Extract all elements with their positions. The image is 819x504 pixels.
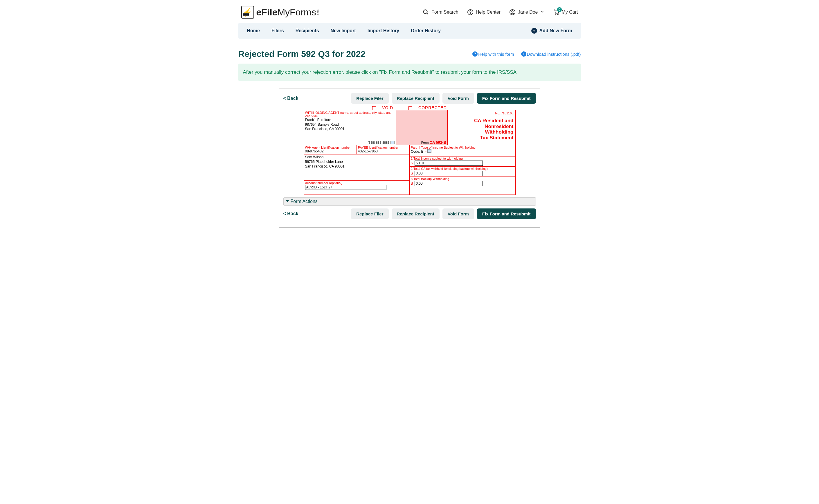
amount-2-input[interactable]: [415, 171, 483, 176]
question-icon: [467, 9, 474, 15]
svg-point-3: [470, 14, 470, 14]
nav-links: Home Filers Recipients New Import Import…: [247, 23, 441, 39]
amount-3-box: 3 Total Backup Withholding $: [410, 177, 515, 187]
back-link-top[interactable]: < Back: [283, 96, 298, 101]
nav-recipients[interactable]: Recipients: [296, 23, 319, 39]
svg-point-7: [557, 14, 558, 15]
cart-label: My Cart: [562, 10, 578, 15]
part3-code-row: Code: B -: [411, 149, 514, 154]
button-row-bottom: < Back Replace Filer Replace Recipient V…: [283, 208, 536, 219]
form-id-row: Form CA 592-B: [421, 140, 446, 145]
payee-address-box: Sam Wilson 56765 Placeholder Lane San Fr…: [304, 154, 410, 181]
search-icon: [423, 9, 429, 15]
cart-count-badge: 0: [557, 7, 562, 12]
help-center-link[interactable]: Help Center: [467, 9, 501, 15]
agent-label: WITHHOLDING AGENT name, street address, …: [305, 111, 395, 118]
amount-3-input[interactable]: [415, 181, 483, 186]
user-icon: [509, 9, 516, 15]
wh-agent-id-cell: W/H Agent identification number 08-97654…: [304, 145, 357, 154]
title-row: Rejected Form 592 Q3 for 2022 ? Help wit…: [238, 49, 581, 59]
top-header: ⚡ eFileMyForms.com Form Search Help Cent…: [238, 0, 581, 23]
form-title-box: No. 7101163 CA Resident and Nonresident …: [448, 110, 515, 145]
agent-name: Frank's Furniture: [305, 118, 395, 123]
amount-2-box: 2 Total CA tax withheld (excluding backu…: [410, 167, 515, 177]
replace-filer-button[interactable]: Replace Filer: [351, 93, 388, 104]
replace-recipient-button[interactable]: Replace Recipient: [392, 93, 440, 104]
tax-form: VOID CORRECTED WITHHOLDING AGENT name, s…: [304, 105, 516, 195]
svg-line-1: [427, 13, 428, 15]
agent-phone: (888) 888-8888: [368, 141, 389, 144]
nav-home[interactable]: Home: [247, 23, 260, 39]
edit-icon[interactable]: [427, 149, 431, 153]
back-link-bottom[interactable]: < Back: [283, 211, 298, 216]
form-actions-label: Form Actions: [291, 199, 318, 204]
pink-box: Form CA 592-B: [396, 110, 448, 145]
user-name: Jane Doe: [518, 10, 538, 15]
part3-box: Part III Type of Income Subject to Withh…: [410, 145, 515, 156]
svg-point-0: [424, 10, 427, 14]
void-form-button-bottom[interactable]: Void Form: [442, 208, 474, 219]
form-actions-toggle[interactable]: Form Actions: [283, 197, 536, 206]
cart-link[interactable]: 0 My Cart: [553, 9, 578, 15]
user-menu[interactable]: Jane Doe: [509, 9, 544, 15]
edit-icon[interactable]: [390, 141, 395, 144]
logo[interactable]: ⚡ eFileMyForms.com: [241, 6, 323, 19]
amount-1-box: 1 Total income subject to withholding $: [410, 156, 515, 167]
nav-filers[interactable]: Filers: [271, 23, 284, 39]
cart-icon: 0: [553, 9, 559, 15]
payee-name: Sam Wilson: [305, 155, 408, 160]
fix-form-resubmit-button-bottom[interactable]: Fix Form and Resubmit: [477, 208, 536, 219]
help-center-label: Help Center: [476, 10, 501, 15]
nav-order-history[interactable]: Order History: [411, 23, 441, 39]
button-group-top: Replace Filer Replace Recipient Void For…: [351, 93, 536, 104]
add-new-form-button[interactable]: + Add New Form: [531, 28, 572, 34]
plus-icon: +: [531, 28, 537, 34]
form-card: < Back Replace Filer Replace Recipient V…: [279, 89, 540, 228]
fix-form-resubmit-button[interactable]: Fix Form and Resubmit: [477, 93, 536, 104]
svg-point-6: [555, 14, 556, 15]
help-with-form-link[interactable]: ? Help with this form: [472, 51, 514, 57]
agent-citystate: San Francisco, CA 90001: [305, 127, 395, 132]
info-alert: After you manually correct your rejectio…: [238, 64, 581, 81]
download-instructions-link[interactable]: ↓ Download instructions (.pdf): [521, 51, 581, 57]
void-corrected-row: VOID CORRECTED: [304, 105, 516, 110]
chevron-down-icon: [540, 10, 544, 15]
payee-id-cell: PAYEE identification number 432-15-7863: [357, 145, 409, 154]
title-links: ? Help with this form ↓ Download instruc…: [472, 51, 581, 57]
form-number: No. 7101163: [449, 111, 514, 115]
nav-new-import[interactable]: New Import: [331, 23, 356, 39]
account-number-input[interactable]: [305, 185, 386, 190]
form-search-link[interactable]: Form Search: [423, 9, 458, 15]
header-actions: Form Search Help Center Jane Doe: [423, 9, 578, 15]
amount-1-input[interactable]: [415, 161, 483, 166]
form-search-label: Form Search: [431, 10, 458, 15]
wh-agent-id-value: 08-9765432: [305, 149, 355, 154]
caret-down-icon: [286, 200, 289, 202]
payee-citystate: San Francisco, CA 90001: [305, 164, 408, 169]
part3-code-value: B: [421, 150, 423, 154]
button-row-top: < Back Replace Filer Replace Recipient V…: [283, 93, 536, 104]
button-group-bottom: Replace Filer Replace Recipient Void For…: [351, 208, 536, 219]
form-title: CA Resident and Nonresident Withholding …: [449, 118, 514, 141]
navbar: Home Filers Recipients New Import Import…: [238, 23, 581, 39]
void-checkbox[interactable]: [372, 106, 376, 110]
page-title: Rejected Form 592 Q3 for 2022: [238, 49, 366, 59]
payee-street: 56765 Placeholder Lane: [305, 160, 408, 164]
logo-text: eFileMyForms: [256, 7, 316, 17]
void-form-button[interactable]: Void Form: [442, 93, 474, 104]
replace-recipient-button-bottom[interactable]: Replace Recipient: [392, 208, 440, 219]
download-icon: ↓: [521, 51, 526, 57]
logo-icon: ⚡: [241, 6, 254, 19]
payee-id-value: 432-15-7863: [358, 149, 408, 154]
replace-filer-button-bottom[interactable]: Replace Filer: [351, 208, 388, 219]
svg-point-5: [512, 11, 513, 12]
corrected-checkbox[interactable]: [408, 106, 412, 110]
agent-phone-row: (888) 888-8888: [368, 141, 395, 144]
agent-street: 987654 Sample Road: [305, 123, 395, 127]
withholding-agent-box: WITHHOLDING AGENT name, street address, …: [304, 110, 396, 145]
account-number-box: Account number (optional): [304, 181, 410, 190]
nav-import-history[interactable]: Import History: [368, 23, 399, 39]
add-new-form-label: Add New Form: [539, 28, 572, 33]
question-circle-icon: ?: [472, 51, 478, 57]
